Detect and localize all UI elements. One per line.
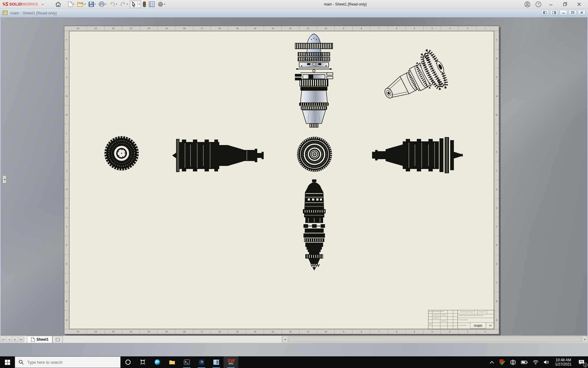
last-sheet-button[interactable]: ▶ xyxy=(19,336,24,342)
tray-solidworks-status[interactable] xyxy=(496,356,507,368)
solidworks-taskbar-button[interactable]: SW 2021 xyxy=(224,356,238,368)
options-dropdown[interactable]: ▾ xyxy=(164,3,165,6)
taskbar-search[interactable] xyxy=(15,356,121,368)
scroll-left-button[interactable]: ◀ xyxy=(282,336,288,342)
zone-number: 22 xyxy=(104,26,122,31)
graphics-area[interactable]: ◀ 24232221201918171615141312111098765432… xyxy=(0,17,588,335)
scrollbar-thumb[interactable] xyxy=(288,336,582,342)
scroll-right-button[interactable]: ▶ xyxy=(582,336,588,342)
zone-ruler-right: TRPNMLKJHGFEDCBA xyxy=(494,31,499,329)
zone-number: 19 xyxy=(157,26,175,31)
tray-battery-button[interactable] xyxy=(518,356,530,368)
add-sheet-button[interactable] xyxy=(52,336,63,343)
drawing-view-isometric[interactable] xyxy=(378,48,460,108)
zone-number: 2 xyxy=(458,26,476,31)
select-tool-button[interactable]: ▾ xyxy=(130,1,141,8)
restore-button[interactable] xyxy=(560,0,570,8)
tray-volume-button[interactable] xyxy=(541,356,552,368)
select-tool-dropdown[interactable]: ▾ xyxy=(138,2,140,7)
zone-letter: N xyxy=(64,86,69,105)
zone-ruler-top: 242322212019181716151413121110987654321 xyxy=(64,26,499,31)
zone-number: 15 xyxy=(228,329,246,334)
open-button[interactable]: ▾ xyxy=(76,1,87,8)
task-view-button[interactable] xyxy=(135,356,150,368)
options-button[interactable]: ▾ xyxy=(156,1,166,8)
redo-dropdown[interactable]: ▾ xyxy=(127,3,128,6)
system-tray: 10:48 AM 1/27/2021 1 xyxy=(487,356,588,368)
drawing-view-top[interactable] xyxy=(292,33,335,128)
sheet-tab-bar: ◀ ◀ ▶ ▶ Sheet1 ◀ ▶ xyxy=(0,335,588,343)
drawing-view-side-left[interactable] xyxy=(172,137,265,174)
open-dropdown[interactable]: ▾ xyxy=(85,3,86,6)
search-input[interactable] xyxy=(27,360,106,365)
doc-restore-button[interactable] xyxy=(569,10,576,15)
zone-number: 19 xyxy=(157,329,175,334)
print-button[interactable]: ▾ xyxy=(98,1,107,8)
windows-logo-icon xyxy=(5,360,10,365)
previous-sheet-button[interactable]: ◀ xyxy=(6,336,12,342)
close-button[interactable] xyxy=(575,0,584,8)
zone-letter: P xyxy=(64,68,69,87)
zone-letter: M xyxy=(494,105,499,124)
doc-minimize-button[interactable] xyxy=(560,10,567,15)
file-explorer-button[interactable] xyxy=(165,356,179,368)
drawing-view-bottom[interactable] xyxy=(296,179,332,271)
new-document-dropdown[interactable]: ▾ xyxy=(73,3,74,6)
start-button[interactable] xyxy=(0,356,15,368)
brand-text-works: WORKS xyxy=(22,2,38,6)
horizontal-scrollbar[interactable]: ◀ ▶ xyxy=(282,336,588,343)
minimize-button[interactable] xyxy=(546,0,556,8)
redo-button[interactable]: ▾ xyxy=(119,1,129,8)
next-sheet-button[interactable]: ▶ xyxy=(13,336,18,342)
zone-number: 8 xyxy=(352,329,370,334)
toolbar-flyout-arrow[interactable]: ▸ xyxy=(42,3,44,6)
action-center-button[interactable]: 1 xyxy=(575,356,588,368)
zone-letter: H xyxy=(64,180,69,199)
new-document-button[interactable]: ▾ xyxy=(67,1,75,8)
pane-left-button[interactable] xyxy=(541,10,549,15)
drawing-sheet[interactable]: 242322212019181716151413121110987654321 … xyxy=(64,26,499,334)
zone-letter: T xyxy=(64,31,69,49)
tray-network-button[interactable] xyxy=(530,356,541,368)
tab-sheet1[interactable]: Sheet1 xyxy=(27,336,52,343)
zone-number: 14 xyxy=(246,26,264,31)
zone-number: 8 xyxy=(352,26,370,31)
panel-collapse-tab[interactable]: ◀ xyxy=(2,175,6,183)
zone-number: 4 xyxy=(423,329,441,334)
task-view-icon xyxy=(140,359,145,365)
undo-button[interactable]: ▾ xyxy=(108,1,118,8)
drawing-view-side-right[interactable] xyxy=(371,136,463,174)
svg-text:?: ? xyxy=(537,2,539,6)
tray-chevron-button[interactable] xyxy=(487,356,496,368)
performance-evaluation-button[interactable] xyxy=(142,1,147,8)
cortana-button[interactable] xyxy=(121,356,135,368)
home-button[interactable] xyxy=(54,1,62,8)
first-sheet-button[interactable]: ◀ xyxy=(0,336,6,342)
zone-number: 20 xyxy=(140,329,157,334)
taskbar-clock[interactable]: 10:48 AM 1/27/2021 xyxy=(552,356,575,368)
zone-number: 14 xyxy=(246,329,264,334)
save-dropdown[interactable]: ▾ xyxy=(95,3,96,6)
blue-app-button[interactable] xyxy=(209,356,224,368)
account-icon[interactable] xyxy=(524,1,530,7)
print-dropdown[interactable]: ▾ xyxy=(105,3,107,6)
drawing-document-icon xyxy=(2,10,9,16)
save-button[interactable]: ▾ xyxy=(88,1,97,8)
zone-number: 12 xyxy=(281,26,299,31)
zone-number: 22 xyxy=(104,329,122,334)
edge-button[interactable] xyxy=(150,356,165,368)
zone-ruler-bottom: 242322212019181716151413121110987654321 xyxy=(64,329,499,334)
drawing-view-front[interactable] xyxy=(104,135,140,171)
zone-number: 21 xyxy=(122,329,140,334)
help-icon[interactable]: ? xyxy=(535,1,541,7)
display-report-button[interactable] xyxy=(148,1,156,8)
drawing-view-back[interactable] xyxy=(296,136,333,173)
zone-letter: B xyxy=(494,292,499,310)
undo-dropdown[interactable]: ▾ xyxy=(116,3,117,6)
tray-capture-button[interactable] xyxy=(507,356,518,368)
terminal-button[interactable] xyxy=(179,356,194,368)
pane-right-button[interactable] xyxy=(550,10,558,15)
zone-letter: G xyxy=(494,198,499,217)
visualize-button[interactable] xyxy=(194,356,209,368)
zone-number: 21 xyxy=(122,26,140,31)
